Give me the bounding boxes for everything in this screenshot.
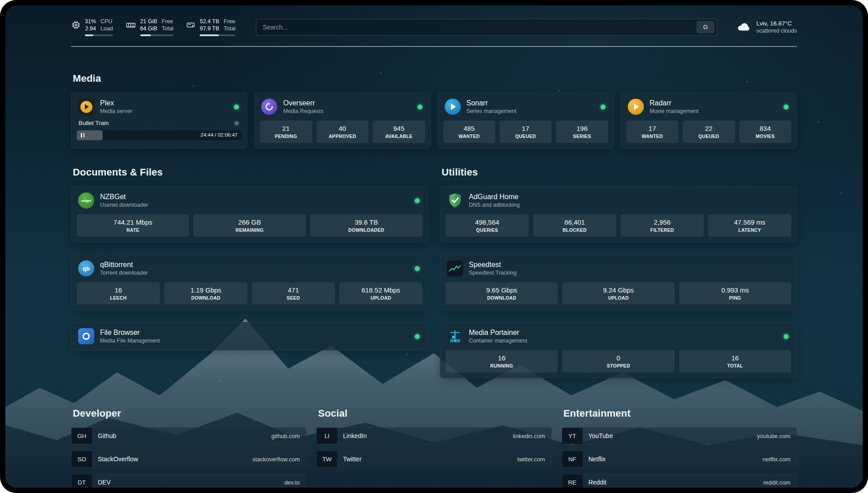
service-card-plex[interactable]: Plex Media server Bullet Train: [71, 92, 247, 149]
pause-icon[interactable]: [81, 133, 84, 138]
bookmark-url: youtube.com: [757, 433, 790, 439]
stat-value: 17: [522, 124, 530, 133]
stat-queries: 498,564 QUERIES: [446, 214, 529, 237]
stat-value: 266 GB: [238, 218, 261, 226]
service-subtitle: Media File Management: [100, 337, 160, 344]
service-name: Plex: [100, 99, 132, 108]
section-title-utilities: Utilities: [442, 167, 797, 178]
service-subtitle: Usenet downloader: [100, 201, 148, 209]
snow-specks: [5, 5, 6, 6]
search-input[interactable]: [256, 24, 697, 31]
bookmark-twitter[interactable]: TW Twitter twitter.com: [316, 451, 551, 468]
service-card-sonarr[interactable]: Sonarr Series management 485 WANTED 17 Q…: [438, 92, 614, 149]
playback-progress-bar[interactable]: 24:44 / 02:06:47: [77, 130, 242, 140]
stat-label: STOPPED: [607, 363, 630, 369]
cpu-progress-bar: [85, 34, 113, 36]
service-card-filebrowser[interactable]: File Browser Media File Management: [71, 322, 428, 351]
disk-total-label: Total: [224, 25, 235, 32]
service-card-overseerr[interactable]: Overseerr Media Requests 21 PENDING 40 A…: [254, 92, 430, 149]
service-card-speedtest[interactable]: Speedtest Speedtest Tracking 9.65 Gbps D…: [440, 254, 797, 310]
radarr-icon: [627, 98, 644, 115]
service-card-nzbget[interactable]: nzbget NZBGet Usenet downloader 744.21 M…: [71, 186, 428, 242]
stat-value: 0.993 ms: [721, 286, 749, 294]
settings-gear-icon[interactable]: [234, 120, 240, 126]
cpu-load-value: 2.94: [85, 25, 96, 32]
stat-value: 744.21 Mbps: [113, 218, 152, 226]
status-dot: [417, 104, 422, 109]
cpu-label: CPU: [100, 18, 113, 25]
stat-label: WANTED: [642, 133, 663, 140]
service-subtitle: Container management: [469, 337, 527, 344]
stat-queued: 22 QUEUED: [683, 121, 734, 143]
bookmark-abbr: YT: [562, 428, 583, 444]
bookmark-linkedin[interactable]: LI LinkedIn linkedin.com: [316, 427, 551, 444]
bookmark-netflix[interactable]: NF Netflix netflix.com: [562, 451, 797, 468]
stat-blocked: 86,401 BLOCKED: [533, 214, 616, 237]
stat-label: APPROVED: [329, 133, 356, 140]
service-card-portainer[interactable]: Media Portainer Container management 16 …: [440, 322, 797, 378]
service-card-qbittorrent[interactable]: qb qBittorrent Torrent downloader 16: [71, 254, 428, 310]
memory-progress-bar: [140, 34, 174, 36]
plex-icon: [78, 98, 95, 115]
stat-label: DOWNLOAD: [191, 295, 220, 301]
stat-label: SERIES: [573, 133, 591, 140]
sonarr-icon: [444, 98, 461, 115]
top-bar: 31% 2.94 CPU Load: [71, 18, 797, 36]
stat-label: DOWNLOAD: [487, 295, 516, 301]
stat-value: 945: [393, 124, 405, 133]
stat-label: QUERIES: [476, 227, 498, 234]
service-name: qBittorrent: [100, 260, 148, 269]
stat-value: 618.52 Mbps: [362, 286, 401, 294]
speedtest-icon: [447, 260, 463, 277]
bookmark-url: stackoverflow.com: [252, 456, 300, 463]
bookmark-name: Netflix: [588, 455, 606, 463]
disk-widget: 52.4 TB 97.9 TB Free Total: [186, 18, 235, 36]
stat-download: 1.19 Gbps DOWNLOAD: [164, 282, 247, 305]
weather-condition: scattered clouds: [756, 27, 797, 34]
bookmark-dev[interactable]: DT DEV dev.to: [71, 474, 306, 488]
service-subtitle: Media Requests: [283, 108, 323, 115]
status-dot: [784, 104, 789, 109]
window-frame: 31% 2.94 CPU Load: [0, 0, 868, 493]
stat-total: 16 TOTAL: [679, 350, 791, 372]
status-dot: [234, 104, 239, 109]
stat-stopped: 0 STOPPED: [562, 350, 674, 372]
memory-total-label: Total: [162, 25, 173, 32]
stat-label: WANTED: [459, 133, 480, 140]
service-card-radarr[interactable]: Radarr Movie management 17 WANTED 22 QUE…: [621, 92, 797, 149]
stat-series: 196 SERIES: [556, 121, 608, 143]
adguard-icon: [447, 192, 463, 209]
section-title-developer: Developer: [73, 408, 306, 419]
disk-progress-bar: [200, 34, 235, 36]
stat-upload: 9.24 Gbps UPLOAD: [562, 282, 674, 305]
disk-free-value: 52.4 TB: [200, 18, 219, 25]
stat-leech: 16 LEECH: [77, 282, 160, 305]
memory-total-value: 64 GiB: [140, 25, 157, 32]
disk-free-label: Free: [224, 18, 235, 25]
memory-free-label: Free: [162, 18, 173, 25]
section-title-social: Social: [318, 408, 551, 419]
stat-label: TOTAL: [727, 363, 743, 369]
cpu-widget: 31% 2.94 CPU Load: [71, 18, 113, 36]
stat-label: DOWNLOADED: [348, 227, 384, 234]
stat-label: MOVIES: [755, 133, 775, 140]
cpu-load-label: Load: [100, 25, 113, 32]
stat-label: LATENCY: [739, 227, 761, 234]
playback-time: 24:44 / 02:06:47: [200, 132, 238, 138]
bookmark-github[interactable]: GH Github github.com: [71, 427, 306, 444]
service-name: Radarr: [650, 99, 699, 108]
bookmark-name: Reddit: [588, 479, 606, 486]
search-engine-button[interactable]: G: [697, 21, 714, 33]
service-subtitle: Speedtest Tracking: [469, 269, 517, 276]
service-card-adguard[interactable]: AdGuard Home DNS and adblocking 498,564 …: [440, 186, 797, 242]
search-bar: G: [256, 19, 717, 36]
stat-label: SEED: [287, 295, 300, 301]
bookmark-reddit[interactable]: RE Reddit reddit.com: [562, 474, 797, 488]
service-name: Speedtest: [469, 260, 517, 269]
service-subtitle: Series management: [467, 108, 517, 115]
bookmark-stackoverflow[interactable]: SO StackOverflow stackoverflow.com: [71, 451, 306, 468]
stat-value: 39.6 TB: [355, 218, 378, 226]
bookmark-youtube[interactable]: YT YouTube youtube.com: [562, 427, 797, 444]
service-subtitle: Media server: [100, 108, 132, 115]
status-dot: [784, 334, 789, 339]
